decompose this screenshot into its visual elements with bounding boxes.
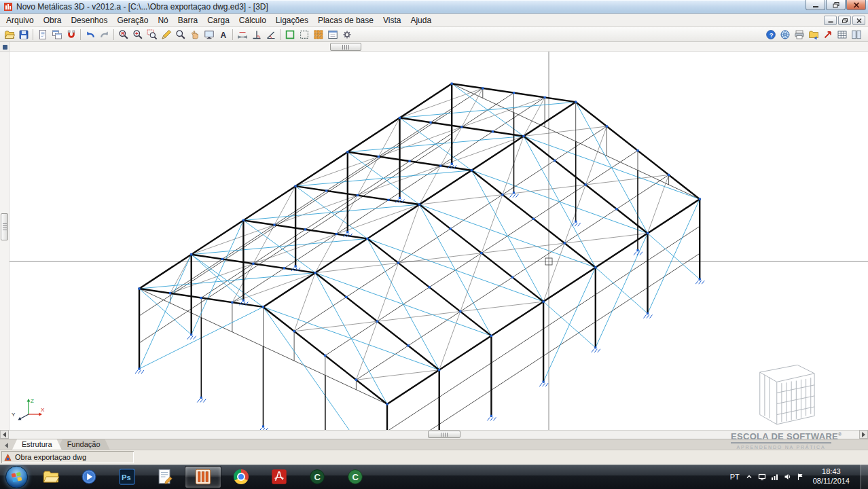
screen-icon — [204, 29, 215, 40]
menu-item-calculo[interactable]: Cálculo — [234, 14, 271, 26]
settings-button[interactable] — [340, 28, 354, 41]
tab-estrutura[interactable]: Estrutura — [12, 439, 62, 450]
grid-orange-button[interactable] — [311, 28, 325, 41]
menu-item-placas-de-base[interactable]: Placas de base — [313, 14, 378, 26]
menu-item-obra[interactable]: Obra — [39, 14, 67, 26]
redo-button[interactable] — [97, 28, 111, 41]
top-scrollbar-thumb[interactable] — [330, 43, 361, 51]
export-red-button[interactable] — [820, 28, 835, 41]
zoom-in-button[interactable] — [130, 28, 145, 41]
zoom-search-button[interactable] — [173, 28, 187, 41]
mdi-restore-button[interactable] — [838, 16, 851, 25]
svg-text:C: C — [314, 472, 321, 482]
canvas-corner-button[interactable] — [0, 42, 10, 52]
drawing-canvas[interactable]: Y Z X — [0, 42, 868, 439]
windows-logo-icon — [10, 471, 23, 484]
undo-button[interactable] — [83, 28, 97, 41]
menu-item-no[interactable]: Nó — [153, 14, 173, 26]
start-button[interactable] — [5, 466, 28, 488]
screen-button[interactable] — [202, 28, 216, 41]
top-scrollbar[interactable] — [10, 42, 868, 52]
taskbar-media-player-button[interactable] — [71, 466, 107, 488]
selection-green-button[interactable] — [283, 28, 297, 41]
menu-items: ArquivoObraDesenhosGeraçãoNóBarraCargaCá… — [1, 14, 436, 26]
left-scrollbar[interactable] — [0, 52, 10, 430]
dimension-icon — [237, 29, 248, 40]
bottom-scrollbar[interactable] — [0, 430, 868, 439]
zoom-window-button[interactable] — [145, 28, 159, 41]
text-label-icon: A — [218, 29, 229, 40]
toolbar-separator — [33, 29, 33, 40]
language-indicator[interactable]: PT — [730, 473, 740, 481]
magnet-button[interactable] — [64, 28, 78, 41]
sheet-tabs: EstruturaFundação — [0, 439, 868, 450]
menu-item-carga[interactable]: Carga — [202, 14, 234, 26]
menu-item-desenhos[interactable]: Desenhos — [66, 14, 112, 26]
menu-item-barra[interactable]: Barra — [173, 14, 202, 26]
tray-icons — [745, 473, 805, 481]
selection-dotted-button[interactable] — [297, 28, 311, 41]
restore-button[interactable] — [826, 0, 846, 10]
chevron-up-icon[interactable] — [745, 473, 753, 481]
window-title: Novo Metálicas 3D - v2012.a - [C:\...\Ob… — [16, 2, 268, 12]
menu-item-vista[interactable]: Vista — [378, 14, 405, 26]
taskbar-notes-button[interactable] — [147, 466, 183, 488]
toolbar-separator — [80, 29, 81, 40]
text-label-button[interactable]: A — [216, 28, 230, 41]
edit-pencil-button[interactable] — [159, 28, 173, 41]
photoshop-icon: Ps — [118, 468, 136, 486]
metalicas-3d-icon — [194, 468, 212, 486]
scroll-right-arrow-icon[interactable] — [859, 430, 868, 439]
menu-item-geracao[interactable]: Geração — [112, 14, 153, 26]
tabs-nav-button[interactable] — [1, 441, 11, 450]
bottom-scrollbar-thumb[interactable] — [428, 431, 460, 438]
table-button[interactable] — [835, 28, 849, 41]
system-tray: PT 18:43 08/11/2014 — [730, 465, 868, 489]
mdi-minimize-button[interactable] — [824, 16, 837, 25]
show-desktop-button[interactable] — [861, 465, 868, 489]
angle-button[interactable] — [264, 28, 278, 41]
save-button[interactable] — [16, 28, 31, 41]
clock[interactable]: 18:43 08/11/2014 — [810, 467, 852, 486]
tab-fundacao[interactable]: Fundação — [58, 439, 110, 450]
perpendicular-button[interactable] — [249, 28, 264, 41]
3d-structure-view[interactable] — [10, 52, 868, 430]
window-frame-button[interactable] — [325, 28, 340, 41]
menu-item-ligacoes[interactable]: Ligações — [271, 14, 313, 26]
minimize-button[interactable] — [806, 0, 825, 10]
mdi-close-button[interactable] — [852, 16, 865, 25]
taskbar-camtasia-studio-button[interactable]: C — [337, 466, 374, 488]
taskbar-pdf-reader-button[interactable] — [261, 466, 297, 488]
menu-item-arquivo[interactable]: Arquivo — [1, 14, 39, 26]
print-button[interactable] — [792, 28, 806, 41]
volume-icon[interactable] — [784, 473, 792, 481]
windows-explorer-icon — [42, 468, 60, 486]
panels-button[interactable] — [849, 28, 863, 41]
taskbar-chrome-button[interactable] — [223, 466, 259, 488]
open-button[interactable] — [2, 28, 16, 41]
status-bar: Obra exportaçao dwg — [0, 450, 868, 465]
display-icon[interactable] — [758, 473, 766, 481]
help-button[interactable]: ? — [763, 28, 778, 41]
globe-button[interactable] — [778, 28, 792, 41]
flag-icon[interactable] — [797, 473, 805, 481]
close-button[interactable] — [846, 0, 866, 10]
share-button[interactable] — [806, 28, 820, 41]
zoom-realtime-button[interactable]: R — [116, 28, 130, 41]
taskbar-photoshop-button[interactable]: Ps — [109, 466, 145, 488]
pan-hand-button[interactable] — [187, 28, 202, 41]
pdf-reader-icon — [270, 468, 288, 486]
doc-export-button[interactable] — [35, 28, 50, 41]
menu-item-ajuda[interactable]: Ajuda — [405, 14, 436, 26]
doc-export-icon — [37, 29, 48, 40]
dimension-button[interactable] — [235, 28, 249, 41]
settings-icon — [342, 29, 352, 40]
taskbar-metalicas-3d-button[interactable] — [185, 466, 221, 488]
taskbar-windows-explorer-button[interactable] — [33, 466, 69, 488]
left-scrollbar-thumb[interactable] — [1, 213, 8, 240]
taskbar-camtasia-recorder-button[interactable]: C — [299, 466, 336, 488]
network-icon[interactable] — [771, 473, 779, 481]
windows-button[interactable] — [50, 28, 64, 41]
scroll-left-arrow-icon[interactable] — [0, 430, 9, 439]
toolbar-left: RA — [2, 28, 354, 41]
